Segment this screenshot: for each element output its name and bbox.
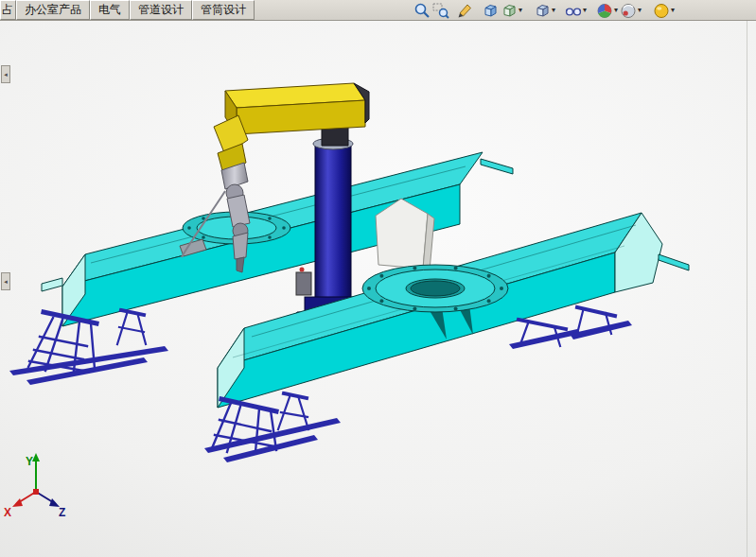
- tab-tubing-design[interactable]: 管筒设计: [192, 0, 255, 20]
- cad-window: 占 办公室产品 电气 管道设计 管筒设计: [0, 0, 756, 557]
- trestle-near-mid[interactable]: [278, 393, 308, 429]
- dropdown-arrow-icon: ▾: [552, 7, 555, 14]
- zoom-to-area-icon: [432, 2, 449, 19]
- view-settings-icon: [653, 2, 670, 19]
- robot-tool-tip: [237, 257, 244, 272]
- dropdown-arrow-icon: ▾: [638, 7, 642, 14]
- hide-show-items-button[interactable]: ▾: [564, 1, 588, 20]
- orientation-triad: Y X Z: [4, 453, 65, 519]
- zoom-to-area-button[interactable]: [431, 1, 450, 20]
- dropdown-arrow-icon: ▾: [614, 7, 618, 14]
- apply-scene-icon: [620, 2, 637, 19]
- zoom-to-fit-button[interactable]: [413, 1, 431, 20]
- view-settings-button[interactable]: ▾: [652, 1, 676, 20]
- section-view-icon: [457, 2, 474, 19]
- dropdown-arrow-icon: ▾: [519, 7, 522, 14]
- viewport-3d[interactable]: Y X Z ◂ ◂: [0, 21, 756, 557]
- edit-appearance-button[interactable]: ▾: [595, 1, 619, 20]
- near-beam-ring[interactable]: [362, 265, 508, 312]
- tab-office-products[interactable]: 办公室产品: [16, 0, 90, 20]
- hide-show-items-icon: [565, 2, 582, 19]
- triad-y-label: Y: [26, 455, 33, 468]
- dropdown-arrow-icon: ▾: [671, 7, 675, 14]
- triad-x-label: X: [4, 506, 11, 519]
- command-toolbar: 占 办公室产品 电气 管道设计 管筒设计: [0, 0, 756, 21]
- panel-toggle-top[interactable]: ◂: [1, 65, 10, 83]
- ring-hole: [411, 281, 460, 296]
- display-style-button[interactable]: ▾: [500, 1, 523, 20]
- panel-toggle-bottom[interactable]: ◂: [1, 272, 10, 290]
- view-cube-icon: [534, 2, 551, 19]
- trestle-far-left[interactable]: [9, 312, 168, 385]
- edit-appearance-icon: [596, 2, 613, 19]
- command-tabs: 占 办公室产品 电气 管道设计 管筒设计: [0, 0, 255, 20]
- view-orientation-button[interactable]: [481, 1, 500, 20]
- near-beam-fin: [659, 254, 689, 270]
- trestle-near-left[interactable]: [204, 399, 341, 462]
- view-orientation-icon: [482, 2, 499, 19]
- triad-z-label: Z: [59, 506, 65, 519]
- tab-electrical[interactable]: 电气: [90, 0, 130, 20]
- dropdown-arrow-icon: ▾: [583, 7, 587, 14]
- display-style-icon: [501, 2, 518, 19]
- far-beam-fin: [481, 159, 513, 174]
- tab-partial[interactable]: 占: [0, 0, 16, 20]
- column-motor: [296, 272, 311, 295]
- tab-piping-design[interactable]: 管道设计: [130, 0, 192, 20]
- far-beam-left-fin: [42, 278, 62, 291]
- support-near-right-2[interactable]: [570, 307, 632, 339]
- zoom-to-fit-icon: [413, 2, 431, 19]
- apply-scene-button[interactable]: ▾: [619, 1, 642, 20]
- view-cube-button[interactable]: ▾: [533, 1, 556, 20]
- model-scene[interactable]: Y X Z: [0, 21, 756, 557]
- section-view-button[interactable]: [456, 1, 475, 20]
- view-toolbar: ▾ ▾ ▾: [413, 0, 676, 20]
- trestle-far-mid[interactable]: [117, 310, 146, 344]
